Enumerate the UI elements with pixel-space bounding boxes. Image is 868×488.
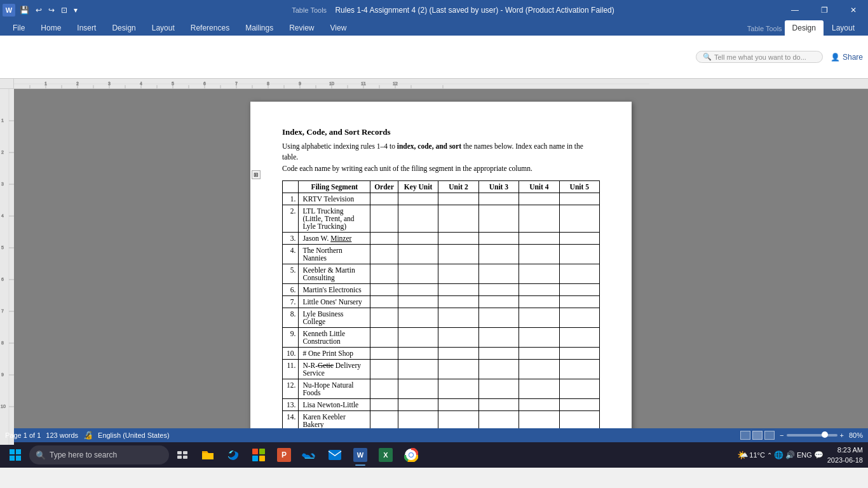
chrome-button[interactable] [399, 443, 423, 467]
zoom-out-button[interactable]: − [780, 431, 783, 439]
tab-design[interactable]: Design [104, 20, 143, 36]
window-title: Table Tools Rules 1-4 Assignment 4 (2) (… [127, 6, 779, 15]
table-row: 12. Nu-Hope NaturalFoods [283, 379, 600, 398]
table-row: 14. Karen KeeblerBakery [283, 410, 600, 428]
quick-access-toolbar: W 💾 ↩ ↪ ⊡ ▾ [0, 4, 127, 17]
svg-text:1: 1 [1, 118, 4, 123]
web-view-button[interactable] [764, 431, 775, 440]
header-filing-segment: Filing Segment [299, 180, 370, 193]
table-expand-icon[interactable]: ⊞ [252, 170, 261, 179]
page-document: ⊞ Index, Code, and Sort Records Using al… [250, 102, 632, 428]
tab-file[interactable]: File [5, 20, 32, 36]
header-unit3: Unit 3 [478, 180, 519, 193]
word-count: 123 words [46, 431, 78, 439]
table-row: 5. Keebler & MartinConsulting [283, 264, 600, 283]
show-hidden-icons-button[interactable]: ⌃ [767, 452, 772, 459]
header-num [283, 180, 299, 193]
minimize-button[interactable]: — [780, 0, 810, 20]
word-taskbar-button[interactable]: W [348, 443, 372, 467]
volume-icon[interactable]: 🔊 [785, 451, 795, 459]
svg-text:7: 7 [235, 81, 238, 86]
tab-references[interactable]: References [183, 20, 237, 36]
restore-button-win[interactable]: ❐ [810, 0, 839, 20]
excel-button[interactable]: X [374, 443, 398, 467]
table-row: 2. LTL Trucking(Little, Trent, andLyle T… [283, 205, 600, 232]
svg-text:5: 5 [172, 81, 174, 86]
tab-layout[interactable]: Layout [144, 20, 182, 36]
svg-rect-73 [259, 456, 265, 461]
svg-text:6: 6 [1, 277, 4, 281]
tab-view[interactable]: View [323, 20, 355, 36]
svg-rect-64 [10, 456, 15, 461]
document-scroll-area[interactable]: ⊞ Index, Code, and Sort Records Using al… [14, 89, 868, 428]
tab-insert[interactable]: Insert [69, 20, 104, 36]
track-changes-icon: 🔏 [83, 431, 93, 440]
table-row: 11. N-R-Getic DeliveryService [283, 359, 600, 379]
mail-button[interactable] [323, 443, 347, 467]
svg-text:10: 10 [329, 81, 334, 86]
document-heading: Index, Code, and Sort Records [282, 127, 600, 137]
print-view-button[interactable] [752, 431, 763, 440]
svg-text:11: 11 [361, 81, 366, 86]
notification-icon[interactable]: 💬 [814, 451, 824, 459]
tab-home[interactable]: Home [33, 20, 69, 36]
zoom-slider[interactable]: − + [780, 431, 844, 439]
zoom-thumb[interactable] [822, 431, 828, 438]
redo-button[interactable]: ↪ [46, 6, 57, 15]
undo-button[interactable]: ↩ [34, 6, 44, 15]
table-row: 10. # One Print Shop [283, 347, 600, 359]
svg-point-77 [409, 453, 413, 457]
status-bar: Page 1 of 1 123 words 🔏 English (United … [0, 428, 868, 442]
ruler-corner [0, 79, 14, 89]
tab-tt-design[interactable]: Design [785, 20, 824, 36]
onedrive-button[interactable] [297, 443, 322, 467]
header-unit2: Unit 2 [438, 180, 478, 193]
taskview-button[interactable] [170, 443, 194, 467]
svg-text:12: 12 [393, 81, 398, 86]
table-row: 6. Martin's Electronics [283, 283, 600, 295]
document-instructions: Using alphabetic indexing rules 1–4 to i… [282, 141, 600, 174]
table-row: 9. Kenneth LittleConstruction [283, 327, 600, 347]
svg-rect-68 [177, 456, 182, 459]
store-button[interactable] [247, 443, 271, 467]
save-button[interactable]: 💾 [18, 6, 31, 15]
svg-text:8: 8 [267, 81, 269, 86]
share-button[interactable]: 👤 Share [831, 53, 863, 62]
svg-text:2: 2 [1, 150, 4, 154]
tab-tt-layout[interactable]: Layout [824, 20, 862, 36]
title-bar: W 💾 ↩ ↪ ⊡ ▾ Table Tools Rules 1-4 Assign… [0, 0, 868, 20]
restore-button[interactable]: ⊡ [59, 6, 69, 15]
powerpoint-button[interactable]: P [272, 443, 296, 467]
edge-button[interactable] [221, 443, 245, 467]
svg-text:9: 9 [299, 81, 301, 86]
svg-text:4: 4 [140, 81, 142, 86]
svg-text:9: 9 [1, 372, 4, 377]
svg-rect-65 [16, 456, 21, 461]
weather-widget[interactable]: 🌤️ 11°C [737, 450, 765, 460]
tell-me-bar[interactable]: 🔍 Tell me what you want to do... [696, 51, 823, 63]
tab-review[interactable]: Review [281, 20, 322, 36]
zoom-in-button[interactable]: + [840, 431, 844, 439]
customize-button[interactable]: ▾ [72, 6, 79, 15]
ribbon-content: 🔍 Tell me what you want to do... 👤 Share [0, 36, 868, 79]
excel-icon: X [379, 448, 393, 462]
table-tools-label: Table Tools [745, 22, 785, 36]
explorer-button[interactable] [196, 443, 220, 467]
language-indicator[interactable]: ENG [797, 451, 812, 459]
svg-rect-66 [177, 451, 182, 454]
read-view-button[interactable] [740, 431, 750, 440]
svg-text:10: 10 [1, 404, 6, 409]
network-icon[interactable]: 🌐 [774, 451, 783, 459]
tab-mailings[interactable]: Mailings [238, 20, 281, 36]
header-order: Order [370, 180, 398, 193]
close-button[interactable]: ✕ [839, 0, 868, 20]
taskbar-search[interactable]: 🔍 Type here to search [29, 445, 169, 464]
page-info: Page 1 of 1 [5, 431, 41, 439]
system-clock[interactable]: 8:23 AM 2023-06-18 [827, 445, 863, 466]
start-button[interactable] [3, 443, 28, 467]
svg-text:4: 4 [1, 214, 4, 218]
svg-rect-72 [252, 456, 258, 461]
zoom-track[interactable] [787, 434, 837, 437]
svg-text:1: 1 [44, 81, 47, 86]
svg-rect-69 [183, 456, 187, 459]
